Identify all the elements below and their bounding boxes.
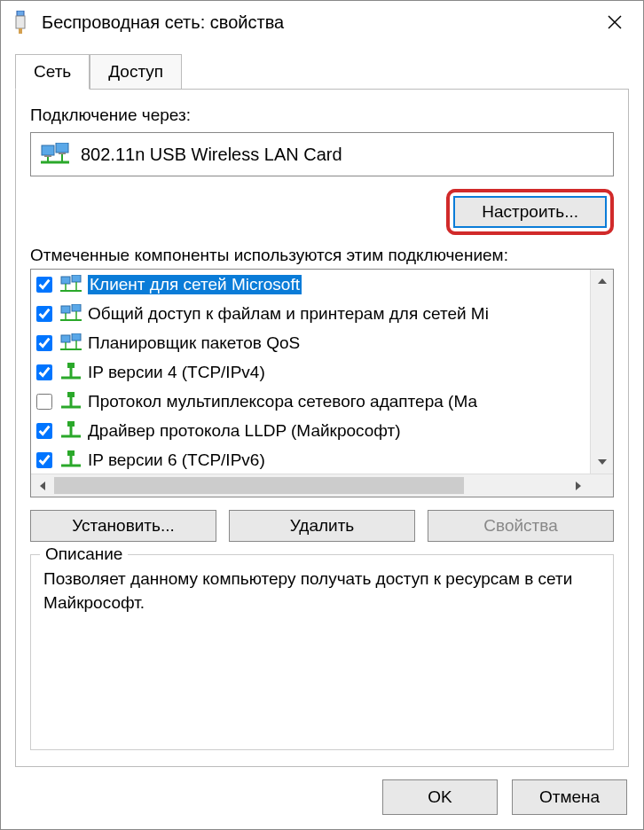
dialog-content: Сеть Доступ Подключение через: [1, 43, 643, 767]
protocol-icon [59, 391, 82, 412]
svg-rect-22 [61, 335, 70, 342]
configure-button[interactable]: Настроить... [453, 196, 607, 228]
svg-rect-17 [61, 306, 70, 313]
vertical-scrollbar[interactable] [590, 270, 613, 474]
component-label: Драйвер протокола LLDP (Майкрософт) [88, 421, 401, 441]
component-label: IP версии 4 (TCP/IPv4) [88, 363, 265, 382]
adapter-titlebar-icon [12, 10, 29, 35]
properties-dialog: Беспроводная сеть: свойства Сеть Доступ … [0, 0, 644, 830]
connect-via-label: Подключение через: [30, 106, 614, 125]
description-groupbox: Описание Позволяет данному компьютеру по… [30, 554, 614, 750]
component-label: Клиент для сетей Microsoft [88, 275, 302, 294]
tab-strip: Сеть Доступ [15, 54, 629, 90]
svg-rect-0 [17, 11, 24, 16]
tab-panel-network: Подключение через: 802.11n [15, 89, 629, 767]
scroll-left-arrow-icon[interactable] [31, 474, 54, 497]
svg-marker-39 [598, 278, 607, 284]
svg-marker-40 [598, 459, 607, 465]
svg-marker-41 [40, 482, 45, 490]
titlebar: Беспроводная сеть: свойства [1, 1, 643, 43]
svg-marker-42 [576, 482, 581, 490]
highlight-annotation: Настроить... [446, 189, 614, 235]
list-item[interactable]: Драйвер протокола LLDP (Майкрософт) [31, 416, 590, 445]
dialog-footer: OK Отмена [1, 767, 643, 829]
list-item[interactable]: Протокол мультиплексора сетевого адаптер… [31, 387, 590, 416]
svg-rect-23 [72, 333, 81, 341]
component-label: Планировщик пакетов QoS [88, 333, 300, 353]
component-label: Протокол мультиплексора сетевого адаптер… [88, 392, 477, 411]
component-buttons: Установить... Удалить Свойства [30, 510, 614, 542]
tab-access[interactable]: Доступ [90, 54, 182, 90]
protocol-icon [59, 420, 82, 442]
network-adapter-icon [40, 142, 70, 167]
service-icon [59, 303, 82, 325]
protocol-icon [59, 450, 82, 471]
components-listbox[interactable]: Клиент для сетей MicrosoftОбщий доступ к… [30, 269, 614, 497]
component-checkbox[interactable] [36, 335, 52, 351]
svg-rect-18 [72, 304, 81, 311]
scroll-up-arrow-icon[interactable] [591, 270, 613, 293]
list-item[interactable]: Планировщик пакетов QoS [31, 328, 590, 357]
ok-button[interactable]: OK [382, 779, 498, 815]
component-label: IP версии 6 (TCP/IPv6) [88, 450, 265, 470]
description-text: Позволяет данному компьютеру получать до… [43, 568, 601, 615]
svg-rect-13 [72, 275, 81, 282]
component-checkbox[interactable] [36, 394, 52, 410]
client-icon [59, 274, 82, 295]
list-item[interactable]: Клиент для сетей Microsoft [31, 270, 590, 299]
vscroll-track[interactable] [591, 293, 613, 450]
component-label: Общий доступ к файлам и принтерам для се… [88, 304, 489, 324]
close-button[interactable] [597, 4, 632, 40]
svg-rect-2 [19, 28, 22, 34]
svg-rect-12 [61, 277, 70, 284]
window-title: Беспроводная сеть: свойства [42, 12, 597, 33]
hscroll-thumb[interactable] [54, 477, 464, 494]
svg-rect-6 [56, 143, 68, 153]
cancel-button[interactable]: Отмена [512, 779, 627, 815]
component-checkbox[interactable] [36, 306, 52, 322]
component-checkbox[interactable] [36, 277, 52, 293]
list-item[interactable]: IP версии 6 (TCP/IPv6) [31, 445, 590, 474]
svg-rect-1 [16, 16, 25, 28]
component-checkbox[interactable] [36, 364, 52, 380]
scroll-corner [590, 474, 613, 497]
svg-rect-35 [67, 421, 75, 427]
adapter-name: 802.11n USB Wireless LAN Card [81, 145, 342, 165]
hscroll-track[interactable] [54, 474, 567, 497]
service-icon [59, 333, 82, 354]
scroll-down-arrow-icon[interactable] [591, 450, 613, 474]
tab-network[interactable]: Сеть [15, 54, 90, 90]
uninstall-button[interactable]: Удалить [229, 510, 415, 542]
svg-rect-29 [67, 363, 75, 368]
properties-button: Свойства [428, 510, 614, 542]
protocol-icon [59, 362, 82, 383]
adapter-box[interactable]: 802.11n USB Wireless LAN Card [30, 132, 614, 176]
svg-rect-7 [44, 155, 51, 157]
install-button[interactable]: Установить... [30, 510, 216, 542]
svg-rect-5 [42, 145, 54, 155]
svg-rect-8 [59, 153, 66, 154]
horizontal-scrollbar[interactable] [31, 474, 613, 497]
component-checkbox[interactable] [36, 452, 52, 468]
component-checkbox[interactable] [36, 423, 52, 439]
scroll-right-arrow-icon[interactable] [567, 474, 590, 497]
tabs-container: Сеть Доступ Подключение через: [15, 54, 629, 767]
svg-rect-32 [67, 392, 75, 397]
svg-rect-38 [67, 450, 75, 456]
list-item[interactable]: Общий доступ к файлам и принтерам для се… [31, 299, 590, 328]
components-label: Отмеченные компоненты используются этим … [30, 246, 614, 265]
configure-row: Настроить... [30, 189, 614, 235]
list-item[interactable]: IP версии 4 (TCP/IPv4) [31, 357, 590, 387]
description-label: Описание [40, 544, 128, 564]
